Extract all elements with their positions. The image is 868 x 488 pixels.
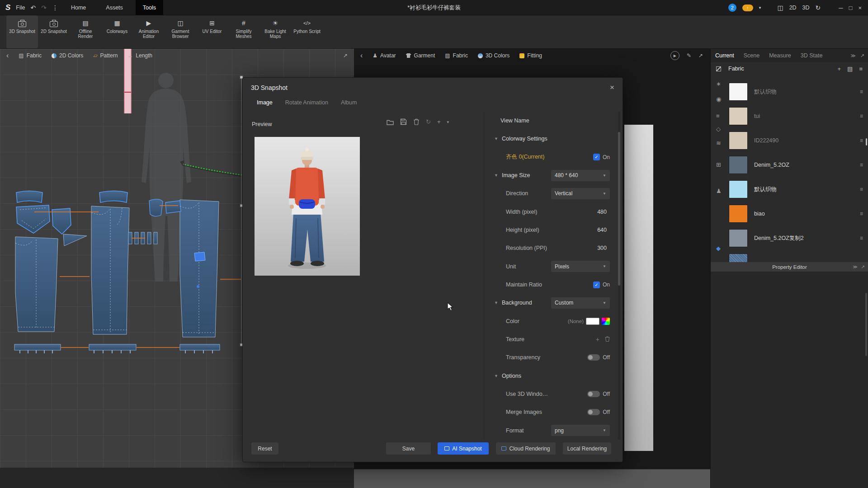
colorway-checkbox[interactable]	[593, 154, 600, 160]
width-input[interactable]: 480	[597, 209, 610, 215]
tool-uv-editor[interactable]: ⊞ UV Editor	[196, 15, 228, 48]
unit-dropdown[interactable]: Pixels ▼	[551, 261, 610, 272]
collapse-panel-icon[interactable]: ≫	[850, 53, 856, 59]
close-dialog-icon[interactable]: ×	[610, 83, 614, 92]
fabric-color-swatch[interactable]	[729, 205, 748, 223]
grid-icon[interactable]: ⊞	[716, 161, 721, 168]
fabric-color-swatch[interactable]	[729, 131, 748, 150]
local-rendering-button[interactable]: Local Rendering	[563, 442, 611, 455]
chevron-down-icon[interactable]: ▾	[447, 120, 449, 124]
fabric-layers-icon[interactable]: ≡	[860, 235, 868, 241]
fabric-color-swatch[interactable]	[729, 253, 748, 262]
open-folder-icon[interactable]	[387, 119, 394, 125]
expand-panel-icon[interactable]: ↗	[860, 53, 864, 59]
tab-2d-fabric[interactable]: ▨ Fabric	[19, 52, 42, 59]
minimize-button[interactable]: ─	[839, 5, 843, 11]
tab-3d-fabric[interactable]: ▨ Fabric	[445, 52, 468, 59]
tab-2d-pattern[interactable]: ▱ Pattern	[93, 52, 118, 59]
tab-scene[interactable]: Scene	[744, 52, 760, 59]
tab-image[interactable]: Image	[257, 99, 273, 106]
tool-simplify-meshes[interactable]: # Simplify Meshes	[228, 15, 259, 48]
fabric-row[interactable]: ID222490 ≡	[729, 128, 868, 153]
close-window-button[interactable]: ×	[858, 5, 862, 11]
menu-file[interactable]: File	[16, 5, 25, 11]
save-file-icon[interactable]	[400, 118, 407, 125]
pen-tool-icon[interactable]: ✎	[687, 52, 691, 59]
tab-current[interactable]: Current	[715, 52, 734, 59]
tab-2d-colors[interactable]: 2D Colors	[52, 52, 83, 59]
add-view-icon[interactable]: +	[437, 118, 441, 125]
snowflake-icon[interactable]: ∗	[716, 80, 721, 87]
tool-python-script[interactable]: </> Python Script	[291, 15, 323, 48]
menu-icon[interactable]: ≡	[859, 66, 863, 72]
tab-3d-fitting[interactable]: Fitting	[519, 52, 542, 59]
delete-icon[interactable]	[413, 118, 420, 125]
snapshot-preview-image[interactable]	[255, 137, 360, 276]
delete-texture-icon[interactable]	[605, 336, 610, 343]
kebab-menu-icon[interactable]: ⋮	[52, 4, 58, 11]
tab-3d-colors[interactable]: 3D Colors	[478, 52, 509, 59]
layout-panels-icon[interactable]: ◫	[777, 4, 783, 11]
background-color-swatch[interactable]	[586, 318, 599, 325]
dialog-scrollbar-thumb[interactable]	[618, 132, 620, 286]
cube-icon[interactable]: ◆	[716, 245, 721, 252]
back-chevron-icon[interactable]: ‹	[360, 52, 363, 60]
tab-measure[interactable]: Measure	[769, 52, 791, 59]
menu-home[interactable]: Home	[64, 0, 93, 15]
tool-garment-browser[interactable]: ◫ Garment Browser	[165, 15, 196, 48]
use-3d-window-toggle[interactable]	[587, 391, 600, 397]
fabric-color-swatch[interactable]	[729, 107, 748, 125]
merge-images-toggle[interactable]	[587, 409, 600, 415]
tab-album[interactable]: Album	[341, 99, 357, 106]
tab-3d-state[interactable]: 3D State	[801, 52, 823, 59]
fabric-row[interactable]: 默认织物 ≡	[729, 177, 868, 202]
add-texture-icon[interactable]: +	[596, 336, 599, 343]
view-3d-toggle[interactable]: 3D	[802, 5, 810, 11]
fabric-row[interactable]: 默认织物 ≡	[729, 80, 868, 104]
refresh-preview-icon[interactable]: ↻	[426, 118, 431, 125]
expand-2d-icon[interactable]: ↗	[343, 52, 348, 59]
resolution-input[interactable]: 300	[597, 245, 610, 251]
add-fabric-icon[interactable]: +	[838, 66, 841, 72]
maintain-ratio-checkbox[interactable]	[593, 282, 600, 288]
fabric-row[interactable]: tui ≡	[729, 104, 868, 128]
fabric-color-swatch[interactable]	[729, 156, 748, 174]
menu-assets[interactable]: Assets	[99, 0, 130, 15]
save-button[interactable]: Save	[386, 442, 431, 455]
sync-badge[interactable]: 2	[728, 4, 736, 12]
fabric-color-swatch[interactable]	[729, 83, 748, 101]
tab-3d-avatar[interactable]: ♟ Avatar	[373, 52, 396, 59]
fabric-row[interactable]: Denim_5.2OZ复制2 ≡	[729, 226, 868, 250]
pin-icon[interactable]: ◇	[716, 126, 721, 132]
cloud-upload-icon[interactable]: ↑	[742, 5, 753, 11]
tool-bake-light-maps[interactable]: ☀ Bake Light Maps	[259, 15, 291, 48]
height-input[interactable]: 640	[597, 227, 610, 233]
expand-property-icon[interactable]: ↗	[861, 264, 865, 269]
fabric-layers-icon[interactable]: ≡	[860, 113, 868, 119]
row-options[interactable]: ▼ Options	[484, 367, 616, 385]
fabric-color-swatch[interactable]	[729, 180, 748, 198]
format-dropdown[interactable]: png ▼	[551, 425, 610, 436]
color-picker-icon[interactable]	[602, 318, 610, 325]
tool-colorways[interactable]: ▦ Colorways	[101, 15, 133, 48]
list-view-icon[interactable]: ▤	[847, 66, 853, 72]
background-dropdown[interactable]: Custom ▼	[551, 297, 610, 309]
fabric-layers-icon[interactable]: ≡	[860, 89, 868, 95]
fabric-row[interactable]	[729, 250, 868, 262]
avatar-strip-icon[interactable]: ♟	[716, 188, 722, 194]
ai-snapshot-button[interactable]: AI Snapshot	[438, 442, 489, 455]
fabric-row[interactable]: Denim_5.2OZ ≡	[729, 153, 868, 177]
redo-icon[interactable]: ↷	[41, 4, 47, 11]
direction-dropdown[interactable]: Vertical ▼	[551, 188, 610, 199]
tab-rotate-animation[interactable]: Rotate Animation	[285, 99, 328, 106]
view-2d-toggle[interactable]: 2D	[789, 5, 797, 11]
tab-2d-length[interactable]: ↔ Length	[127, 52, 152, 59]
fabric-layers-icon[interactable]: ≡	[860, 186, 868, 192]
tool-3d-snapshot[interactable]: 3D Snapshot	[6, 15, 38, 48]
undo-icon[interactable]: ↶	[31, 4, 36, 11]
fabric-layers-icon[interactable]: ≡	[860, 162, 868, 168]
expand-3d-icon[interactable]: ↗	[698, 52, 703, 59]
row-colorway-settings[interactable]: ▼ Colorway Settings	[484, 130, 616, 148]
property-editor-header[interactable]: Property Editor ≫ ↗	[711, 262, 868, 272]
reset-button[interactable]: Reset	[251, 442, 278, 455]
